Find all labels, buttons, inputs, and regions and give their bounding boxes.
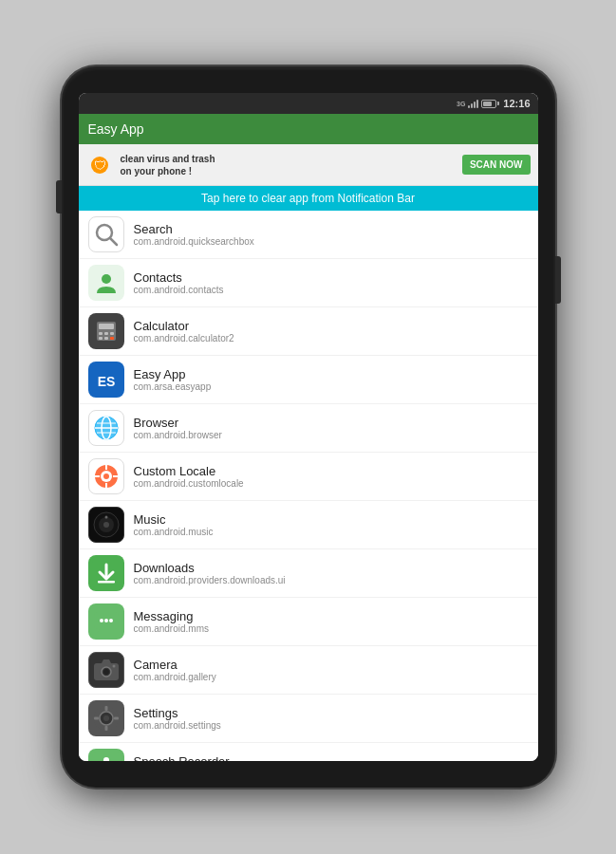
svg-rect-45 bbox=[104, 706, 107, 711]
signal-bars-icon bbox=[468, 99, 478, 108]
app-name: Easy App bbox=[134, 367, 529, 381]
app-icon-browser bbox=[88, 410, 124, 446]
app-package: com.android.browser bbox=[134, 430, 529, 440]
svg-point-37 bbox=[109, 619, 113, 622]
app-package: com.android.settings bbox=[134, 720, 529, 731]
app-list: Searchcom.android.quicksearchbox Contact… bbox=[79, 211, 538, 761]
app-name: Search bbox=[134, 222, 529, 236]
app-info: Searchcom.android.quicksearchbox bbox=[134, 222, 529, 247]
app-icon-music bbox=[88, 507, 124, 543]
app-icon-settings bbox=[88, 700, 124, 736]
list-item[interactable]: Custom Localecom.android.customlocale bbox=[79, 453, 538, 501]
status-bar: 3G 12:16 bbox=[79, 93, 538, 114]
svg-point-4 bbox=[102, 274, 111, 284]
svg-rect-32 bbox=[98, 581, 115, 584]
notification-text: Tap here to clear app from Notification … bbox=[201, 192, 415, 205]
app-info: Calculatorcom.android.calculator2 bbox=[134, 319, 529, 343]
svg-point-36 bbox=[104, 619, 108, 622]
app-bar: Easy App bbox=[79, 114, 538, 144]
app-info: Settingscom.android.settings bbox=[134, 706, 529, 731]
svg-rect-11 bbox=[104, 337, 108, 340]
app-name: Contacts bbox=[134, 270, 529, 285]
list-item[interactable]: Calculatorcom.android.calculator2 bbox=[79, 307, 538, 356]
status-icons: 3G 12:16 bbox=[457, 98, 530, 109]
app-icon-search bbox=[88, 216, 124, 252]
app-icon-easyapp: ES bbox=[88, 362, 124, 398]
list-item[interactable]: Musiccom.android.music bbox=[79, 501, 538, 549]
svg-text:ES: ES bbox=[97, 374, 115, 389]
app-package: com.android.music bbox=[134, 527, 529, 537]
signal-3g-icon: 3G bbox=[457, 101, 465, 107]
app-info: Contactscom.android.contacts bbox=[134, 270, 529, 295]
svg-rect-46 bbox=[104, 726, 107, 731]
svg-point-35 bbox=[100, 619, 103, 622]
status-time: 12:16 bbox=[503, 98, 530, 109]
svg-point-44 bbox=[103, 715, 109, 721]
svg-point-30 bbox=[104, 516, 107, 519]
list-item[interactable]: Downloadscom.android.providers.downloads… bbox=[79, 549, 538, 598]
app-package: com.android.contacts bbox=[134, 285, 529, 295]
app-icon-downloads bbox=[88, 555, 124, 591]
app-name: Camera bbox=[134, 658, 529, 672]
app-icon-customlocale bbox=[88, 458, 124, 494]
app-package: com.android.calculator2 bbox=[134, 333, 529, 343]
app-info: Musiccom.android.music bbox=[134, 512, 529, 537]
list-item[interactable]: Searchcom.android.quicksearchbox bbox=[79, 211, 538, 259]
app-info: Speech Recordercom.android.speechrecorde… bbox=[134, 754, 529, 761]
app-package: com.android.gallery bbox=[134, 672, 529, 682]
svg-rect-8 bbox=[104, 332, 108, 335]
list-item[interactable]: Contactscom.android.contacts bbox=[79, 259, 538, 307]
app-bar-title: Easy App bbox=[88, 121, 144, 137]
app-info: Easy Appcom.arsa.easyapp bbox=[134, 367, 529, 392]
list-item[interactable]: Settingscom.android.settings bbox=[79, 695, 538, 743]
app-name: Settings bbox=[134, 706, 529, 720]
app-icon-camera bbox=[88, 652, 124, 688]
svg-point-41 bbox=[112, 665, 115, 668]
svg-marker-34 bbox=[96, 629, 105, 634]
tablet-device: 3G 12:16 Easy App bbox=[62, 66, 555, 788]
battery-icon bbox=[481, 100, 496, 108]
svg-line-3 bbox=[110, 238, 117, 245]
notification-bar[interactable]: Tap here to clear app from Notification … bbox=[79, 186, 538, 211]
app-info: Browsercom.android.browser bbox=[134, 416, 529, 440]
ad-text: clean virus and trash on your phone ! bbox=[121, 153, 455, 177]
svg-rect-12 bbox=[110, 337, 114, 340]
svg-text:🛡: 🛡 bbox=[93, 158, 105, 173]
app-icon-speechrecorder bbox=[88, 749, 124, 761]
svg-rect-9 bbox=[110, 332, 114, 335]
screen: 3G 12:16 Easy App bbox=[79, 93, 538, 761]
ad-banner: 🛡 clean virus and trash on your phone ! … bbox=[79, 144, 538, 186]
app-name: Custom Locale bbox=[134, 464, 529, 478]
app-name: Calculator bbox=[134, 319, 529, 333]
app-info: Messagingcom.android.mms bbox=[134, 609, 529, 634]
app-package: com.android.mms bbox=[134, 623, 529, 634]
list-item[interactable]: Speech Recordercom.android.speechrecorde… bbox=[79, 743, 538, 761]
app-name: Downloads bbox=[134, 561, 529, 575]
svg-rect-6 bbox=[99, 324, 114, 329]
app-package: com.android.customlocale bbox=[134, 478, 529, 489]
app-info: Downloadscom.android.providers.downloads… bbox=[134, 561, 529, 585]
svg-rect-47 bbox=[94, 717, 99, 720]
scan-now-button[interactable]: SCAN NOW bbox=[462, 155, 531, 175]
app-icon-calculator bbox=[88, 313, 124, 349]
svg-point-40 bbox=[103, 669, 109, 675]
svg-rect-7 bbox=[99, 332, 103, 335]
svg-rect-10 bbox=[99, 337, 103, 340]
list-item[interactable]: Browsercom.android.browser bbox=[79, 404, 538, 453]
list-item[interactable]: ES Easy Appcom.arsa.easyapp bbox=[79, 356, 538, 404]
list-item[interactable]: Messagingcom.android.mms bbox=[79, 598, 538, 646]
list-item[interactable]: Cameracom.android.gallery bbox=[79, 646, 538, 695]
svg-point-22 bbox=[103, 473, 109, 479]
app-name: Browser bbox=[134, 416, 529, 430]
app-package: com.android.providers.downloads.ui bbox=[134, 575, 529, 585]
svg-rect-48 bbox=[114, 717, 119, 720]
app-icon-contacts bbox=[88, 265, 124, 301]
app-info: Custom Localecom.android.customlocale bbox=[134, 464, 529, 489]
app-name: Music bbox=[134, 512, 529, 527]
svg-point-29 bbox=[103, 522, 109, 528]
app-name: Messaging bbox=[134, 609, 529, 623]
ad-icon: 🛡 bbox=[86, 152, 113, 178]
app-package: com.android.quicksearchbox bbox=[134, 236, 529, 247]
app-package: com.arsa.easyapp bbox=[134, 381, 529, 392]
app-name: Speech Recorder bbox=[134, 754, 529, 761]
